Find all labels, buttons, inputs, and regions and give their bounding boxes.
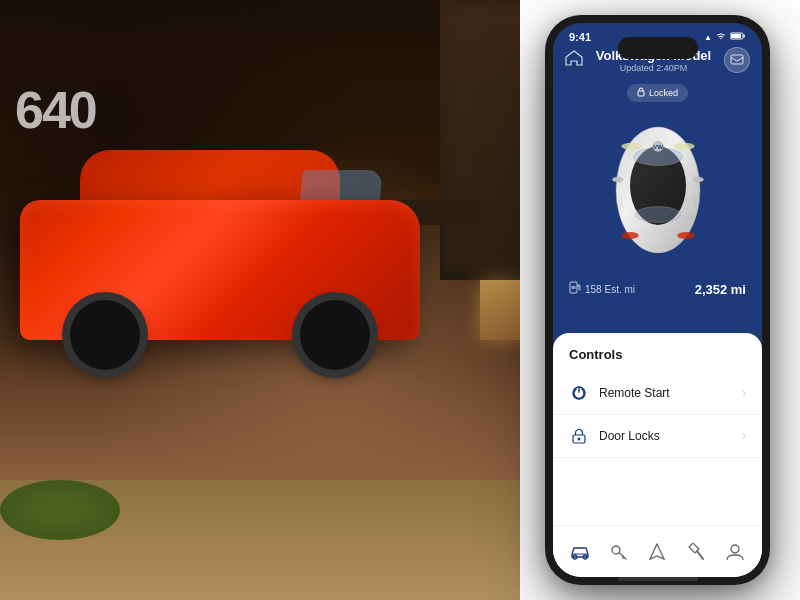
building-light <box>480 280 520 340</box>
svg-point-27 <box>612 546 620 554</box>
svg-point-15 <box>693 177 704 182</box>
nav-car[interactable] <box>562 534 598 570</box>
locked-label: Locked <box>649 88 678 98</box>
svg-point-13 <box>677 232 695 239</box>
fuel-value: 158 Est. mi <box>585 284 635 295</box>
phone-notch <box>618 37 698 59</box>
phone-device: 9:41 ▲ <box>545 15 770 585</box>
car-silhouette <box>20 100 440 380</box>
car-updated-text: Updated 2:40PM <box>596 63 711 73</box>
door-lock-icon <box>569 426 589 446</box>
svg-rect-1 <box>731 34 741 38</box>
stats-row: 158 Est. mi 2,352 mi <box>553 275 762 309</box>
battery-icon <box>730 32 746 42</box>
fuel-stat: 158 Est. mi <box>569 281 635 297</box>
svg-point-14 <box>612 177 623 182</box>
nav-tools[interactable] <box>678 534 714 570</box>
svg-point-31 <box>731 545 739 553</box>
status-time: 9:41 <box>569 31 591 43</box>
controls-panel: Controls Remote Start › <box>553 333 762 577</box>
controls-title: Controls <box>553 347 762 372</box>
bottom-nav <box>553 525 762 577</box>
remote-start-item[interactable]: Remote Start › <box>553 372 762 415</box>
remote-start-left: Remote Start <box>569 383 670 403</box>
door-locks-label: Door Locks <box>599 429 660 443</box>
lock-icon <box>637 87 645 99</box>
phone-screen: 9:41 ▲ <box>553 23 762 577</box>
svg-point-12 <box>621 232 639 239</box>
signal-icon: ▲ <box>704 33 712 42</box>
mileage-value: 2,352 mi <box>695 282 746 297</box>
nav-profile[interactable] <box>717 534 753 570</box>
home-indicator <box>618 577 698 581</box>
fuel-icon <box>569 281 581 297</box>
door-locks-chevron: › <box>742 429 746 443</box>
svg-rect-2 <box>731 55 743 64</box>
door-locks-item[interactable]: Door Locks › <box>553 415 762 458</box>
home-icon[interactable] <box>565 50 583 70</box>
svg-rect-19 <box>572 286 576 289</box>
svg-rect-3 <box>638 91 644 96</box>
bush <box>0 480 120 540</box>
svg-point-11 <box>673 143 694 150</box>
svg-line-30 <box>697 551 703 559</box>
remote-start-label: Remote Start <box>599 386 670 400</box>
car-top-svg: VW <box>598 120 718 260</box>
locked-badge: Locked <box>627 84 688 102</box>
remote-start-chevron: › <box>742 386 746 400</box>
status-icons: ▲ <box>704 32 746 42</box>
door-locks-left: Door Locks <box>569 426 660 446</box>
car-top-view: VW <box>553 110 762 275</box>
svg-text:VW: VW <box>653 143 663 150</box>
svg-point-23 <box>578 438 581 441</box>
nav-key[interactable] <box>601 534 637 570</box>
power-icon <box>569 383 589 403</box>
locked-status: Locked <box>553 81 762 110</box>
nav-location[interactable] <box>639 534 675 570</box>
header-avatar[interactable] <box>724 47 750 73</box>
wifi-icon <box>716 32 726 42</box>
svg-point-7 <box>635 207 681 223</box>
svg-point-10 <box>621 143 642 150</box>
car-photo-background: 640 <box>0 0 560 600</box>
